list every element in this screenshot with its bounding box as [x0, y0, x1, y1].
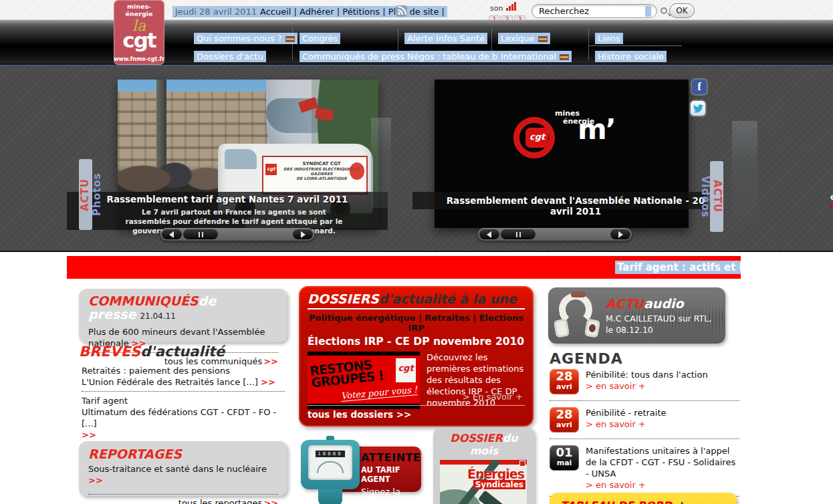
agenda-title: AGENDA: [550, 350, 623, 367]
breve-item[interactable]: Retraités : paiement des pensionsL'Union…: [82, 365, 285, 388]
petition-line1: ATTEINTE: [361, 451, 417, 464]
previous-button[interactable]: [479, 229, 499, 239]
nav-communiques-presse[interactable]: Communiqués de presse: [300, 51, 412, 62]
agenda-item: 01mai Manifestations unitaires à l'appel…: [550, 445, 739, 490]
en-savoir-link[interactable]: > en savoir +: [586, 381, 708, 391]
agenda-item: 28avri Pénibilité - retraite > en savoir…: [550, 407, 739, 432]
nav-dossiers-actu[interactable]: Dossiers d'actu: [194, 51, 266, 62]
divider: [550, 438, 739, 439]
calendar-badge: 28avri: [550, 407, 579, 432]
actu-label: ACTU: [79, 162, 91, 227]
flag-icon: [560, 54, 569, 60]
dossiers-box: DOSSIERSd'actualité à la une Politique é…: [299, 286, 533, 426]
current-date: Jeudi 28 avril 2011: [172, 6, 259, 17]
actu-audio-title: ACTUaudio: [606, 296, 684, 311]
communication-fnme: communication fnme: [830, 192, 833, 212]
top-links: Accueil | Adhérer | Pétitions | Plan de …: [257, 6, 447, 17]
tableau-title: TABLEAU DE BORD: [560, 499, 672, 504]
cgt-round-logo: [350, 162, 364, 180]
separator: |: [473, 313, 476, 323]
separator: |: [294, 7, 297, 17]
divider: [308, 405, 525, 406]
photos-label: Photos: [91, 162, 103, 227]
petition-line2: AU TARIF AGENT: [361, 465, 417, 484]
nav-lexique[interactable]: Lexique: [498, 33, 550, 44]
photo-caption-band: Rassemblement tarif agent Nantes 7 avril…: [67, 192, 388, 230]
agenda-list: 28avri Pénibilité: tous dans l'action > …: [550, 369, 739, 504]
tableau-de-bord-box[interactable]: TABLEAU DE BORDdes négos: [550, 493, 737, 504]
all-reportages-link[interactable]: tous les reportages>>: [88, 498, 278, 504]
rss-icon[interactable]: [396, 5, 407, 17]
search-icon: [661, 7, 667, 14]
en-savoir-link[interactable]: > en savoir +: [586, 480, 739, 490]
facebook-icon[interactable]: f: [692, 80, 707, 94]
nav-international[interactable]: International: [498, 51, 572, 62]
actu-label: ACTU: [711, 164, 723, 229]
restons-text: RESTONSGROUPÉS !: [309, 357, 384, 388]
agenda-item-text: Pénibilité: tous dans l'action: [586, 369, 708, 380]
dossier-headline[interactable]: Élections IRP - CE DP novembre 2010: [308, 336, 525, 348]
reportages-title: REPORTAGES: [88, 447, 278, 461]
separator: |: [442, 7, 445, 17]
electric-meter-image: 18888: [301, 436, 360, 504]
nav-histoire-sociale[interactable]: Histoire sociale: [595, 51, 667, 62]
cgt-chip: cgt: [396, 358, 416, 382]
energies-syndicales-cover[interactable]: Énergies Syndicales: [440, 460, 527, 504]
separator: |: [419, 313, 422, 323]
nav-divider: [588, 45, 682, 46]
news-ticker: Tarif agent : actifs et inac: [67, 256, 741, 279]
en-savoir-link[interactable]: > en savoir +: [586, 419, 667, 429]
nav-congres[interactable]: Congrès: [300, 33, 340, 44]
divider: [550, 400, 739, 401]
petition-sign-link[interactable]: Signez la pétition: [361, 487, 417, 504]
communiques-box: COMMUNIQUÉSde presse21.04.11 Plus de 600…: [79, 289, 287, 342]
previous-button[interactable]: [162, 229, 182, 239]
nav-divider: [588, 28, 589, 60]
headphones-icon: [554, 290, 602, 341]
search-input[interactable]: [531, 4, 657, 18]
breve-item[interactable]: Tarif agentUltimatum des fédérations CGT…: [82, 395, 285, 440]
politique-energetique-link[interactable]: Politique énergétique: [309, 313, 415, 323]
reportage-item[interactable]: Sous-traitance et santé dans le nucléair…: [88, 463, 278, 486]
search-ok-button[interactable]: OK: [669, 3, 695, 18]
votez-script: Votez pour vous !: [341, 384, 418, 402]
retraites-link[interactable]: Retraites: [425, 313, 469, 323]
breves-title: BRÈVESd'actualité: [79, 344, 225, 360]
actu-audio-text: M.C CAILLETAUD sur RTL, le 08.12.10: [606, 313, 721, 336]
ticker-text[interactable]: Tarif agent : actifs et inac: [615, 261, 741, 274]
dossiers-title: DOSSIERSd'actualité à la une: [308, 292, 525, 309]
actu-photos-badge[interactable]: ACTUPhotos: [79, 159, 92, 230]
actu-videos-badge[interactable]: ACTUVidéos: [710, 161, 723, 232]
cgt-chip: cgt: [265, 164, 277, 175]
cover-title-1: Énergies: [467, 467, 524, 481]
nav-qui-sommes-nous[interactable]: Qui sommes-nous ?: [194, 33, 298, 44]
cover-title-2: Syndicales: [473, 480, 525, 489]
logo-brand-top: mines-énergie: [114, 0, 164, 17]
next-button[interactable]: [610, 229, 630, 239]
fnme-cgt-homepage: Jeudi 28 avril 2011 Accueil | Adhérer | …: [0, 0, 833, 504]
all-dossiers-link[interactable]: tous les dossiers >>: [308, 409, 411, 420]
flag-icon: [538, 36, 548, 42]
adherer-link[interactable]: Adhérer: [300, 7, 334, 17]
flag-icon: [285, 36, 295, 42]
actu-audio-box[interactable]: ACTUaudio M.C CAILLETAUD sur RTL, le 08.…: [548, 287, 725, 344]
carousel-stage: cgt SYNDICAT CGT DES INDUSTRIES ELECTRIQ…: [0, 65, 833, 252]
en-savoir-plus-link[interactable]: > En savoir +: [463, 392, 523, 402]
restons-groupes-image[interactable]: RESTONSGROUPÉS ! Votez pour vous ! cgt: [308, 352, 420, 409]
pause-button[interactable]: [501, 229, 536, 239]
pause-button[interactable]: [183, 229, 218, 239]
separator: |: [382, 7, 385, 17]
divider: [88, 494, 278, 495]
nav-alerte-infos-sante[interactable]: Alerte Infos Santé: [404, 33, 487, 44]
accueil-link[interactable]: Accueil: [260, 7, 291, 17]
divider: [82, 391, 285, 392]
logo-m: m’: [578, 113, 615, 146]
twitter-icon[interactable]: [691, 101, 705, 116]
nav-liens[interactable]: Liens: [595, 33, 623, 44]
separator: |: [337, 7, 340, 17]
video-carousel-title: Rassemblement devant l'Assemblée Nationa…: [412, 195, 707, 217]
agenda-item-text: Manifestations unitaires à l'appel de la…: [586, 445, 739, 479]
site-logo[interactable]: mines-énergie la cgt www.fnme-cgt.fr: [114, 0, 164, 65]
petitions-link[interactable]: Pétitions: [342, 7, 380, 17]
next-button[interactable]: [293, 229, 313, 239]
